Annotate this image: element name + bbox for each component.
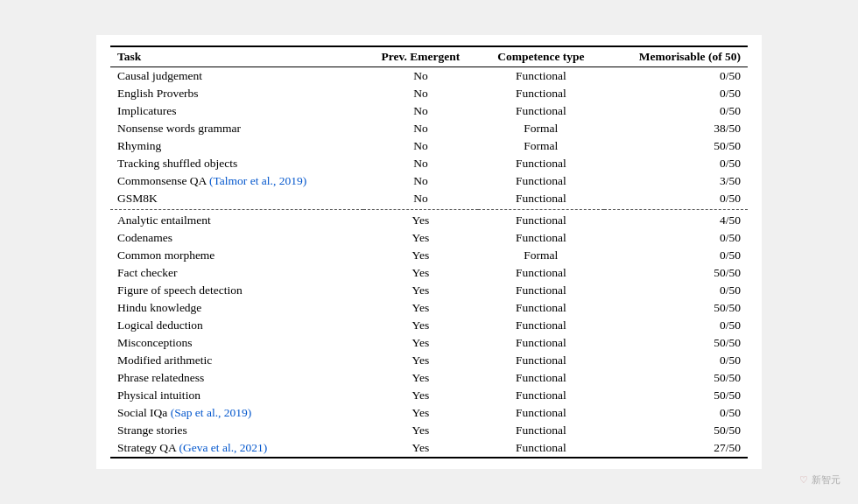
memorisable-cell: 0/50 [604, 155, 748, 172]
task-cell: Commonsense QA (Talmor et al., 2019) [110, 172, 363, 190]
competence-cell: Functional [478, 210, 603, 230]
memorisable-cell: 0/50 [604, 282, 748, 299]
prev-emergent-cell: Yes [363, 299, 478, 317]
competence-cell: Functional [478, 387, 603, 404]
competence-cell: Functional [478, 67, 603, 86]
prev-emergent-cell: No [363, 67, 478, 86]
prev-emergent-cell: Yes [363, 404, 478, 422]
memorisable-cell: 0/50 [604, 190, 748, 210]
memorisable-cell: 0/50 [604, 102, 748, 120]
watermark-text: 新智元 [812, 473, 840, 486]
prev-emergent-cell: No [363, 155, 478, 172]
prev-emergent-cell: Yes [363, 282, 478, 299]
table-row: Strategy QA (Geva et al., 2021)YesFuncti… [110, 439, 748, 458]
task-cell: GSM8K [110, 190, 363, 210]
table-row: Tracking shuffled objectsNoFunctional0/5… [110, 155, 748, 172]
table-row: Common morphemeYesFormal0/50 [110, 247, 748, 264]
task-cell: Social IQa (Sap et al., 2019) [110, 404, 363, 422]
prev-emergent-cell: Yes [363, 422, 478, 439]
watermark-heart-icon: ♡ [799, 474, 808, 486]
col-prev-emergent: Prev. Emergent [363, 46, 478, 67]
task-cell: Causal judgement [110, 67, 363, 86]
task-cell: English Proverbs [110, 85, 363, 102]
memorisable-cell: 0/50 [604, 229, 748, 247]
table-row: GSM8KNoFunctional0/50 [110, 190, 748, 210]
table-row: Fact checkerYesFunctional50/50 [110, 264, 748, 282]
memorisable-cell: 50/50 [604, 299, 748, 317]
competence-cell: Functional [478, 369, 603, 387]
table-row: CodenamesYesFunctional0/50 [110, 229, 748, 247]
table-container: Task Prev. Emergent Competence type Memo… [96, 35, 762, 469]
memorisable-cell: 0/50 [604, 67, 748, 86]
task-cell: Fact checker [110, 264, 363, 282]
memorisable-cell: 50/50 [604, 387, 748, 404]
data-table: Task Prev. Emergent Competence type Memo… [110, 46, 748, 458]
col-competence-type: Competence type [478, 46, 603, 67]
task-cell: Logical deduction [110, 317, 363, 334]
col-memorisable: Memorisable (of 50) [604, 46, 748, 67]
prev-emergent-cell: Yes [363, 352, 478, 369]
citation-link[interactable]: (Geva et al., 2021) [179, 441, 268, 454]
prev-emergent-cell: Yes [363, 387, 478, 404]
prev-emergent-cell: No [363, 102, 478, 120]
task-cell: Physical intuition [110, 387, 363, 404]
task-cell: Figure of speech detection [110, 282, 363, 299]
prev-emergent-cell: Yes [363, 369, 478, 387]
competence-cell: Functional [478, 264, 603, 282]
competence-cell: Functional [478, 190, 603, 210]
competence-cell: Functional [478, 229, 603, 247]
task-cell: Tracking shuffled objects [110, 155, 363, 172]
table-row: Strange storiesYesFunctional50/50 [110, 422, 748, 439]
prev-emergent-cell: No [363, 190, 478, 210]
task-cell: Common morpheme [110, 247, 363, 264]
task-cell: Nonsense words grammar [110, 120, 363, 137]
prev-emergent-cell: Yes [363, 439, 478, 458]
table-row: Phrase relatednessYesFunctional50/50 [110, 369, 748, 387]
watermark: ♡ 新智元 [799, 473, 840, 486]
competence-cell: Functional [478, 102, 603, 120]
table-row: MisconceptionsYesFunctional50/50 [110, 334, 748, 352]
memorisable-cell: 27/50 [604, 439, 748, 458]
competence-cell: Formal [478, 120, 603, 137]
task-cell: Strategy QA (Geva et al., 2021) [110, 439, 363, 458]
competence-cell: Functional [478, 317, 603, 334]
table-row: Logical deductionYesFunctional0/50 [110, 317, 748, 334]
prev-emergent-cell: No [363, 85, 478, 102]
competence-cell: Functional [478, 352, 603, 369]
table-row: Social IQa (Sap et al., 2019)YesFunction… [110, 404, 748, 422]
memorisable-cell: 3/50 [604, 172, 748, 190]
memorisable-cell: 0/50 [604, 85, 748, 102]
table-row: ImplicaturesNoFunctional0/50 [110, 102, 748, 120]
task-cell: Rhyming [110, 137, 363, 155]
competence-cell: Functional [478, 282, 603, 299]
task-cell: Phrase relatedness [110, 369, 363, 387]
memorisable-cell: 0/50 [604, 247, 748, 264]
prev-emergent-cell: No [363, 172, 478, 190]
task-cell: Implicatures [110, 102, 363, 120]
table-row: Analytic entailmentYesFunctional4/50 [110, 210, 748, 230]
prev-emergent-cell: Yes [363, 229, 478, 247]
competence-cell: Functional [478, 422, 603, 439]
task-cell: Modified arithmetic [110, 352, 363, 369]
memorisable-cell: 50/50 [604, 264, 748, 282]
table-row: Nonsense words grammarNoFormal38/50 [110, 120, 748, 137]
table-row: Physical intuitionYesFunctional50/50 [110, 387, 748, 404]
prev-emergent-cell: Yes [363, 247, 478, 264]
prev-emergent-cell: Yes [363, 317, 478, 334]
table-row: English ProverbsNoFunctional0/50 [110, 85, 748, 102]
citation-link[interactable]: (Talmor et al., 2019) [209, 174, 306, 187]
memorisable-cell: 50/50 [604, 369, 748, 387]
table-row: Causal judgementNoFunctional0/50 [110, 67, 748, 86]
competence-cell: Functional [478, 334, 603, 352]
competence-cell: Formal [478, 137, 603, 155]
memorisable-cell: 50/50 [604, 422, 748, 439]
competence-cell: Functional [478, 404, 603, 422]
table-row: Hindu knowledgeYesFunctional50/50 [110, 299, 748, 317]
prev-emergent-cell: Yes [363, 264, 478, 282]
memorisable-cell: 4/50 [604, 210, 748, 230]
memorisable-cell: 0/50 [604, 317, 748, 334]
competence-cell: Functional [478, 172, 603, 190]
citation-link[interactable]: (Sap et al., 2019) [171, 406, 252, 419]
prev-emergent-cell: No [363, 137, 478, 155]
task-cell: Misconceptions [110, 334, 363, 352]
